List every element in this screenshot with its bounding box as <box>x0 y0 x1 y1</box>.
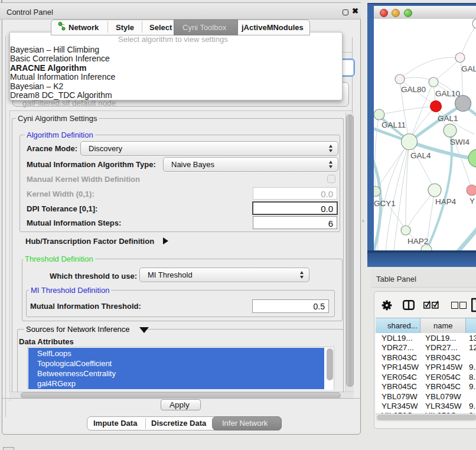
svg-text:GAL80: GAL80 <box>401 85 426 94</box>
svg-text:SWI4: SWI4 <box>450 138 470 146</box>
svg-text:GAL4: GAL4 <box>410 151 431 160</box>
svg-text:GAL10: GAL10 <box>435 89 460 98</box>
svg-text:Y: Y <box>470 197 475 206</box>
svg-text:GAL1: GAL1 <box>438 114 458 123</box>
svg-text:GAL11: GAL11 <box>382 120 406 129</box>
svg-text:HAP2: HAP2 <box>407 237 428 246</box>
svg-text:GCY1: GCY1 <box>374 199 396 208</box>
svg-text:HAP4: HAP4 <box>435 197 457 206</box>
svg-text:GAL7: GAL7 <box>461 64 476 73</box>
